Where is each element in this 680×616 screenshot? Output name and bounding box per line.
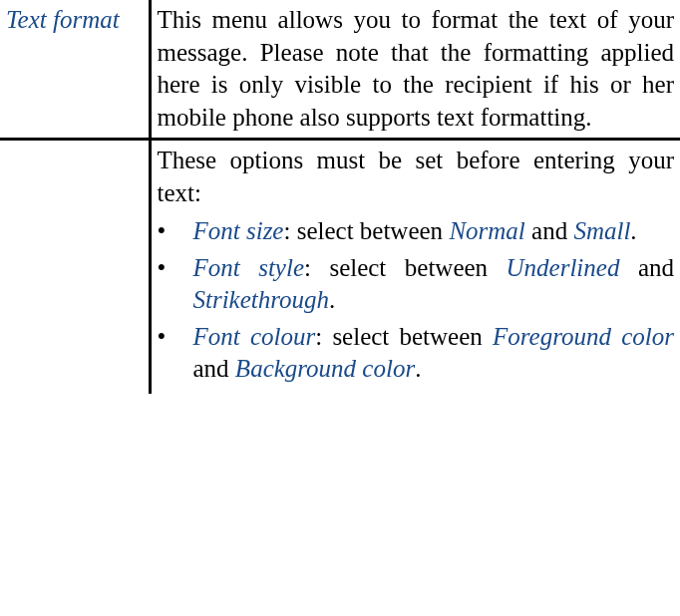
list-item-body: Font size: select between Normal and Sma…: [193, 215, 675, 248]
opt-value: Normal: [449, 217, 524, 244]
list-item: • Font colour: select between Foreground…: [158, 321, 675, 386]
bullet-icon: •: [158, 252, 167, 285]
opt-end: .: [329, 286, 335, 313]
list-item-body: Font colour: select between Foreground c…: [193, 321, 675, 386]
doc-table: Text format This menu allows you to form…: [0, 0, 680, 394]
cell-right: These options must be set before enterin…: [150, 140, 680, 394]
opt-term: Font size: [193, 217, 284, 244]
opt-mid: and: [619, 254, 674, 281]
opt-term: Font colour: [193, 323, 316, 350]
opt-term: Font style: [193, 254, 305, 281]
opt-end: .: [630, 217, 636, 244]
cell-left: Text format: [0, 0, 150, 140]
row2-intro: These options must be set before enterin…: [158, 145, 675, 209]
opt-sep: : select between: [304, 254, 507, 281]
opt-sep: : select between: [315, 323, 493, 350]
bullet-icon: •: [158, 215, 167, 248]
opt-value: Small: [573, 217, 630, 244]
opt-end: .: [415, 355, 421, 382]
opt-mid: and: [193, 355, 235, 382]
opt-value: Underlined: [507, 254, 620, 281]
cell-right: This menu allows you to format the text …: [150, 0, 680, 140]
list-item: • Font size: select between Normal and S…: [158, 215, 675, 248]
bullet-icon: •: [158, 321, 167, 354]
table-row: Text format This menu allows you to form…: [0, 0, 680, 140]
opt-mid: and: [525, 217, 574, 244]
row1-left-text: Text format: [6, 6, 120, 33]
list-item: • Font style: select between Underlined …: [158, 252, 675, 317]
row1-right-text: This menu allows you to format the text …: [158, 6, 675, 131]
opt-value: Background color: [235, 355, 415, 382]
table-row: These options must be set before enterin…: [0, 140, 680, 394]
opt-sep: : select between: [283, 217, 449, 244]
options-list: • Font size: select between Normal and S…: [158, 215, 675, 386]
list-item-body: Font style: select between Underlined an…: [193, 252, 675, 317]
opt-value: Strikethrough: [193, 286, 330, 313]
cell-left-empty: [0, 140, 150, 394]
opt-value: Foreground color: [493, 323, 674, 350]
